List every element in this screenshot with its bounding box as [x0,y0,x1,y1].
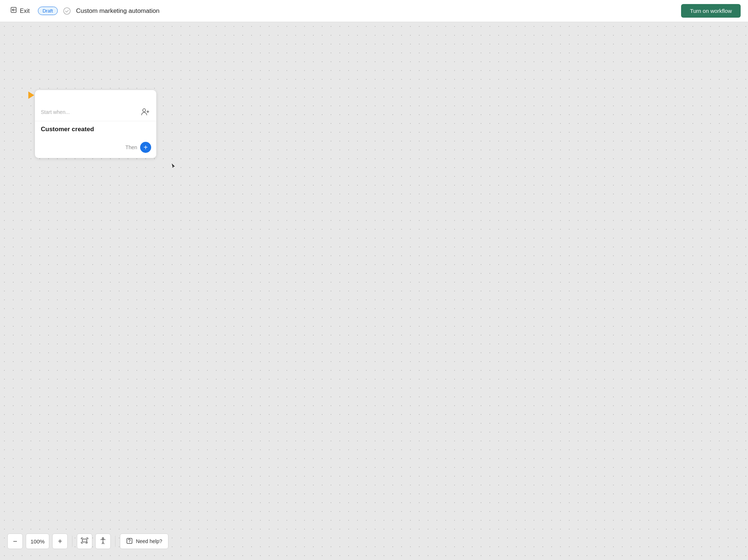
start-when-label: Start when... [41,109,70,115]
zoom-out-button[interactable]: − [7,534,23,549]
trigger-label: Customer created [41,126,94,133]
user-add-icon [140,107,150,117]
svg-point-5 [102,538,104,539]
toolbar-divider-2 [115,536,115,547]
exit-icon [10,6,18,15]
help-icon [126,538,133,545]
cursor [171,162,176,170]
svg-marker-2 [28,91,34,99]
then-label: Then [125,144,137,150]
page-title: Custom marketing automation [76,7,160,15]
zoom-in-button[interactable]: + [52,534,68,549]
fit-to-screen-button[interactable] [77,534,92,549]
header-left: Exit Draft Custom marketing automation [7,4,160,18]
toolbar-divider [72,536,72,547]
accessibility-button[interactable] [95,534,111,549]
draft-badge[interactable]: Draft [38,7,58,15]
workflow-canvas[interactable]: Start when... Customer created Then + [0,22,748,560]
card-footer: Then + [35,138,156,158]
play-icon [26,90,36,100]
svg-rect-4 [82,539,87,542]
header: Exit Draft Custom marketing automation T… [0,0,748,22]
need-help-button[interactable]: Need help? [120,534,168,549]
status-check-icon [63,7,71,15]
svg-point-1 [64,8,70,14]
plus-icon: + [143,144,148,151]
card-body: Customer created [35,121,156,138]
workflow-trigger-card[interactable]: Start when... Customer created Then + [35,90,156,158]
fit-icon [81,537,89,545]
svg-point-7 [129,542,130,543]
accessibility-icon [99,536,107,546]
exit-label: Exit [20,8,30,14]
add-step-button[interactable]: + [140,142,151,153]
need-help-label: Need help? [136,538,162,544]
card-header-left: Start when... [41,109,70,115]
exit-button[interactable]: Exit [7,4,33,18]
turn-on-workflow-button[interactable]: Turn on workflow [681,4,741,18]
zoom-level-display: 100% [26,534,49,549]
bottom-toolbar: − 100% + [7,534,168,549]
svg-point-3 [143,109,146,112]
card-header: Start when... [35,102,156,121]
